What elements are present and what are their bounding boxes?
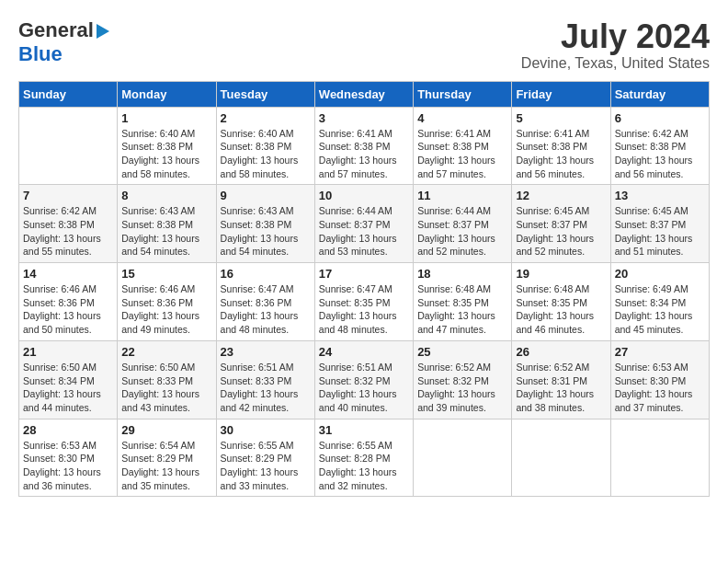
day-info: Sunrise: 6:53 AM Sunset: 8:30 PM Dayligh… xyxy=(615,361,705,415)
day-number: 21 xyxy=(23,345,113,359)
calendar-cell: 23Sunrise: 6:51 AM Sunset: 8:33 PM Dayli… xyxy=(216,340,314,419)
day-number: 13 xyxy=(615,189,705,202)
calendar-cell xyxy=(512,419,610,497)
page-header: General Blue July 2024 Devine, Texas, Un… xyxy=(18,18,710,72)
calendar-cell: 1Sunrise: 6:40 AM Sunset: 8:38 PM Daylig… xyxy=(118,107,216,185)
page-subtitle: Devine, Texas, United States xyxy=(521,55,710,72)
calendar-cell: 20Sunrise: 6:49 AM Sunset: 8:34 PM Dayli… xyxy=(610,263,709,341)
day-info: Sunrise: 6:52 AM Sunset: 8:31 PM Dayligh… xyxy=(516,361,606,415)
day-info: Sunrise: 6:42 AM Sunset: 8:38 PM Dayligh… xyxy=(615,127,705,181)
header-cell-monday: Monday xyxy=(118,81,216,107)
day-number: 6 xyxy=(615,111,705,125)
calendar-cell: 2Sunrise: 6:40 AM Sunset: 8:38 PM Daylig… xyxy=(216,107,314,185)
calendar-week-row: 7Sunrise: 6:42 AM Sunset: 8:38 PM Daylig… xyxy=(19,185,710,263)
day-info: Sunrise: 6:50 AM Sunset: 8:33 PM Dayligh… xyxy=(121,361,211,415)
calendar-cell: 22Sunrise: 6:50 AM Sunset: 8:33 PM Dayli… xyxy=(118,340,216,419)
calendar-cell: 12Sunrise: 6:45 AM Sunset: 8:37 PM Dayli… xyxy=(512,185,610,263)
day-number: 2 xyxy=(221,111,311,125)
calendar-cell: 25Sunrise: 6:52 AM Sunset: 8:32 PM Dayli… xyxy=(414,340,512,419)
day-info: Sunrise: 6:55 AM Sunset: 8:28 PM Dayligh… xyxy=(319,439,409,493)
calendar-cell: 28Sunrise: 6:53 AM Sunset: 8:30 PM Dayli… xyxy=(19,419,118,497)
calendar-cell xyxy=(414,419,512,497)
day-number: 22 xyxy=(121,345,211,359)
day-number: 12 xyxy=(516,189,606,202)
day-info: Sunrise: 6:43 AM Sunset: 8:38 PM Dayligh… xyxy=(221,204,311,259)
day-number: 16 xyxy=(221,267,311,281)
calendar-cell: 24Sunrise: 6:51 AM Sunset: 8:32 PM Dayli… xyxy=(314,340,413,419)
day-info: Sunrise: 6:53 AM Sunset: 8:30 PM Dayligh… xyxy=(23,439,113,493)
calendar-cell: 6Sunrise: 6:42 AM Sunset: 8:38 PM Daylig… xyxy=(610,107,709,185)
header-cell-tuesday: Tuesday xyxy=(216,81,314,107)
day-number: 20 xyxy=(615,267,705,281)
calendar-cell xyxy=(19,107,118,185)
calendar-week-row: 1Sunrise: 6:40 AM Sunset: 8:38 PM Daylig… xyxy=(19,107,710,185)
calendar-cell: 18Sunrise: 6:48 AM Sunset: 8:35 PM Dayli… xyxy=(414,263,512,341)
day-info: Sunrise: 6:51 AM Sunset: 8:32 PM Dayligh… xyxy=(319,361,409,415)
calendar-week-row: 14Sunrise: 6:46 AM Sunset: 8:36 PM Dayli… xyxy=(19,263,710,341)
day-info: Sunrise: 6:49 AM Sunset: 8:34 PM Dayligh… xyxy=(615,282,705,337)
day-info: Sunrise: 6:47 AM Sunset: 8:36 PM Dayligh… xyxy=(221,282,311,337)
day-info: Sunrise: 6:50 AM Sunset: 8:34 PM Dayligh… xyxy=(23,361,113,415)
header-cell-wednesday: Wednesday xyxy=(314,81,413,107)
day-info: Sunrise: 6:55 AM Sunset: 8:29 PM Dayligh… xyxy=(221,439,311,493)
day-number: 7 xyxy=(23,189,113,202)
day-number: 4 xyxy=(417,111,507,125)
day-number: 29 xyxy=(121,423,211,437)
day-info: Sunrise: 6:44 AM Sunset: 8:37 PM Dayligh… xyxy=(319,204,409,259)
day-info: Sunrise: 6:51 AM Sunset: 8:33 PM Dayligh… xyxy=(221,361,311,415)
day-number: 14 xyxy=(23,267,113,281)
day-number: 24 xyxy=(319,345,409,359)
header-cell-sunday: Sunday xyxy=(19,81,118,107)
day-number: 23 xyxy=(221,345,311,359)
calendar-cell: 11Sunrise: 6:44 AM Sunset: 8:37 PM Dayli… xyxy=(414,185,512,263)
day-info: Sunrise: 6:52 AM Sunset: 8:32 PM Dayligh… xyxy=(417,361,507,415)
day-number: 26 xyxy=(516,345,606,359)
day-number: 31 xyxy=(319,423,409,437)
day-number: 17 xyxy=(319,267,409,281)
day-info: Sunrise: 6:48 AM Sunset: 8:35 PM Dayligh… xyxy=(417,282,507,337)
day-info: Sunrise: 6:41 AM Sunset: 8:38 PM Dayligh… xyxy=(516,127,606,181)
day-info: Sunrise: 6:47 AM Sunset: 8:35 PM Dayligh… xyxy=(319,282,409,337)
day-number: 30 xyxy=(221,423,311,437)
logo: General Blue xyxy=(18,18,109,66)
calendar-cell: 9Sunrise: 6:43 AM Sunset: 8:38 PM Daylig… xyxy=(216,185,314,263)
day-info: Sunrise: 6:45 AM Sunset: 8:37 PM Dayligh… xyxy=(615,204,705,259)
calendar-cell: 31Sunrise: 6:55 AM Sunset: 8:28 PM Dayli… xyxy=(314,419,413,497)
page-title: July 2024 xyxy=(521,18,710,55)
calendar-cell: 3Sunrise: 6:41 AM Sunset: 8:38 PM Daylig… xyxy=(314,107,413,185)
day-info: Sunrise: 6:41 AM Sunset: 8:38 PM Dayligh… xyxy=(417,127,507,181)
calendar-cell: 8Sunrise: 6:43 AM Sunset: 8:38 PM Daylig… xyxy=(118,185,216,263)
day-number: 1 xyxy=(121,111,211,125)
day-number: 9 xyxy=(221,189,311,202)
day-number: 8 xyxy=(121,189,211,202)
day-number: 25 xyxy=(417,345,507,359)
calendar-cell: 7Sunrise: 6:42 AM Sunset: 8:38 PM Daylig… xyxy=(19,185,118,263)
day-number: 18 xyxy=(417,267,507,281)
calendar-cell: 5Sunrise: 6:41 AM Sunset: 8:38 PM Daylig… xyxy=(512,107,610,185)
day-info: Sunrise: 6:44 AM Sunset: 8:37 PM Dayligh… xyxy=(417,204,507,259)
calendar-cell: 19Sunrise: 6:48 AM Sunset: 8:35 PM Dayli… xyxy=(512,263,610,341)
day-number: 3 xyxy=(319,111,409,125)
day-number: 10 xyxy=(319,189,409,202)
calendar-cell: 14Sunrise: 6:46 AM Sunset: 8:36 PM Dayli… xyxy=(19,263,118,341)
calendar-cell: 27Sunrise: 6:53 AM Sunset: 8:30 PM Dayli… xyxy=(610,340,709,419)
day-info: Sunrise: 6:43 AM Sunset: 8:38 PM Dayligh… xyxy=(121,204,211,259)
calendar-cell: 15Sunrise: 6:46 AM Sunset: 8:36 PM Dayli… xyxy=(118,263,216,341)
calendar-cell: 4Sunrise: 6:41 AM Sunset: 8:38 PM Daylig… xyxy=(414,107,512,185)
day-info: Sunrise: 6:46 AM Sunset: 8:36 PM Dayligh… xyxy=(121,282,211,337)
title-block: July 2024 Devine, Texas, United States xyxy=(521,18,710,72)
day-info: Sunrise: 6:54 AM Sunset: 8:29 PM Dayligh… xyxy=(121,439,211,493)
header-cell-friday: Friday xyxy=(512,81,610,107)
day-info: Sunrise: 6:45 AM Sunset: 8:37 PM Dayligh… xyxy=(516,204,606,259)
day-info: Sunrise: 6:42 AM Sunset: 8:38 PM Dayligh… xyxy=(23,204,113,259)
calendar-week-row: 28Sunrise: 6:53 AM Sunset: 8:30 PM Dayli… xyxy=(19,419,710,497)
day-info: Sunrise: 6:48 AM Sunset: 8:35 PM Dayligh… xyxy=(516,282,606,337)
header-cell-saturday: Saturday xyxy=(610,81,709,107)
calendar-header-row: SundayMondayTuesdayWednesdayThursdayFrid… xyxy=(19,81,710,107)
day-number: 19 xyxy=(516,267,606,281)
day-number: 15 xyxy=(121,267,211,281)
day-info: Sunrise: 6:41 AM Sunset: 8:38 PM Dayligh… xyxy=(319,127,409,181)
calendar-cell: 17Sunrise: 6:47 AM Sunset: 8:35 PM Dayli… xyxy=(314,263,413,341)
day-number: 11 xyxy=(417,189,507,202)
calendar-cell: 26Sunrise: 6:52 AM Sunset: 8:31 PM Dayli… xyxy=(512,340,610,419)
